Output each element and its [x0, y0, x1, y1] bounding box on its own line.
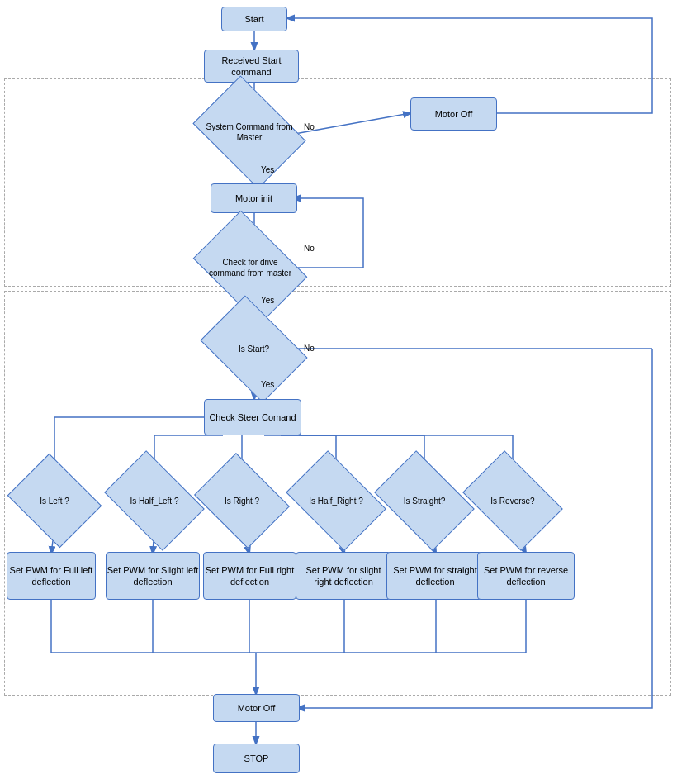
no-label-3: No: [304, 344, 315, 353]
is-half-left-node: Is Half_Left ?: [114, 472, 195, 530]
pwm-full-right-node: Set PWM for Full right deflection: [203, 552, 296, 600]
stop-node: STOP: [213, 744, 300, 773]
yes-label-3: Yes: [261, 380, 274, 389]
pwm-full-left-node: Set PWM for Full left deflection: [7, 552, 96, 600]
pwm-reverse-node: Set PWM for reverse deflection: [477, 552, 575, 600]
recv-start-node: Received Start command: [204, 50, 299, 83]
is-reverse-node: Is Reverse?: [472, 472, 553, 530]
check-steer-node: Check Steer Comand: [204, 399, 301, 435]
motor-off-top-node: Motor Off: [410, 97, 497, 131]
pwm-slight-left-node: Set PWM for Slight left deflection: [106, 552, 200, 600]
motor-off-bottom-node: Motor Off: [213, 694, 300, 722]
flowchart-diagram: Start Received Start command System Comm…: [0, 0, 677, 784]
check-drive-node: Check for drive command from master: [204, 235, 296, 301]
is-start-node: Is Start?: [211, 318, 297, 380]
is-straight-node: Is Straight?: [384, 472, 465, 530]
is-right-node: Is Right ?: [205, 472, 279, 530]
start-node: Start: [221, 7, 287, 31]
pwm-straight-node: Set PWM for straight deflection: [386, 552, 484, 600]
no-label-2: No: [304, 244, 315, 253]
sys-cmd-node: System Command from Master: [204, 99, 295, 165]
is-left-node: Is Left ?: [18, 472, 91, 530]
section-top: [4, 78, 671, 287]
no-label-1: No: [304, 122, 315, 131]
motor-init-node: Motor init: [211, 183, 297, 213]
pwm-slight-right-node: Set PWM for slight right deflection: [296, 552, 391, 600]
yes-label-2: Yes: [261, 296, 274, 305]
is-half-right-node: Is Half_Right ?: [296, 472, 376, 530]
yes-label-1: Yes: [261, 165, 274, 174]
